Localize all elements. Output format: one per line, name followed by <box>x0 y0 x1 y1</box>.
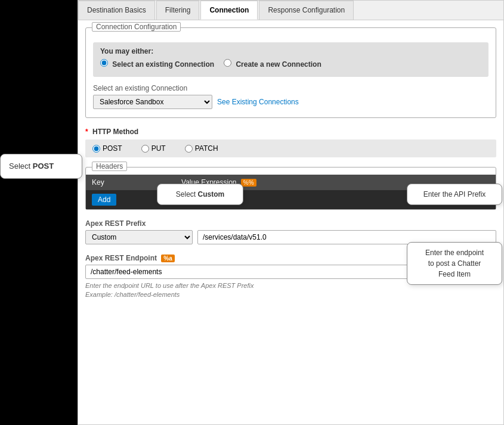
tabs-container: Destination Basics Filtering Connection … <box>78 1 503 20</box>
callout-post-text: Select POST <box>9 162 54 170</box>
see-existing-link[interactable]: See Existing Connections <box>217 98 299 106</box>
option-new-connection[interactable]: Create a new Connection <box>224 59 321 69</box>
connection-config-box: Connection Configuration You may either:… <box>85 27 496 118</box>
option-new-label: Create a new Connection <box>236 60 321 69</box>
tab-filtering[interactable]: Filtering <box>156 1 200 20</box>
apex-endpoint-row: Enter the endpointto post a ChatterFeed … <box>85 265 496 279</box>
callout-api-prefix: Enter the API Prefix <box>407 184 502 205</box>
connection-config-wrapper: Connection Configuration You may either:… <box>85 27 496 118</box>
tab-connection[interactable]: Connection <box>200 1 258 20</box>
apex-rest-endpoint-section: Apex REST Endpoint %a Enter the endpoint… <box>85 254 496 300</box>
select-existing-connection-row: Select an existing Connection Salesforce… <box>93 84 488 109</box>
label-patch: PATCH <box>195 144 218 153</box>
http-method-options: POST PUT PATCH <box>85 139 496 157</box>
callout-select-custom: Select Custom <box>157 184 243 205</box>
content-body: Connection Configuration You may either:… <box>78 20 503 315</box>
callout-endpoint-text: Enter the endpointto post a ChatterFeed … <box>425 249 484 278</box>
label-put: PUT <box>151 144 166 153</box>
apex-prefix-label: Apex REST Prefix <box>85 219 496 228</box>
value-expression-badge: %% <box>241 179 256 187</box>
main-content: Destination Basics Filtering Connection … <box>78 0 504 425</box>
radio-post[interactable] <box>92 145 100 153</box>
apex-rest-prefix-section: Apex REST Prefix Custom Standard Select … <box>85 219 496 244</box>
label-post: POST <box>103 144 122 153</box>
apex-prefix-select[interactable]: Custom Standard <box>85 230 193 244</box>
connection-select[interactable]: Salesforce Sandbox Salesforce Production <box>93 95 212 109</box>
callout-api-prefix-text: Enter the API Prefix <box>423 190 486 198</box>
option-patch[interactable]: PATCH <box>185 144 218 153</box>
left-panel: Select POST <box>0 0 78 425</box>
http-method-label: * HTTP Method <box>85 128 496 136</box>
connection-config-legend: Connection Configuration <box>92 22 181 32</box>
callout-select-post: Select POST <box>0 154 82 179</box>
radio-new[interactable] <box>224 59 231 67</box>
required-star: * <box>85 128 88 136</box>
add-header-button[interactable]: Add <box>92 194 116 206</box>
callout-endpoint: Enter the endpointto post a ChatterFeed … <box>407 242 502 285</box>
endpoint-badge: %a <box>161 255 174 262</box>
radio-put[interactable] <box>141 145 149 153</box>
select-existing-label: Select an existing Connection <box>93 84 488 92</box>
radio-existing[interactable] <box>100 59 108 67</box>
headers-legend: Headers <box>92 162 127 171</box>
tab-destination-basics[interactable]: Destination Basics <box>78 1 155 20</box>
radio-patch[interactable] <box>185 145 193 153</box>
option-existing-connection[interactable]: Select an existing Connection <box>100 59 214 69</box>
http-method-section: * HTTP Method POST PUT PATCH <box>85 128 496 157</box>
option-existing-label: Select an existing Connection <box>112 60 214 69</box>
tab-response-configuration[interactable]: Response Configuration <box>259 1 354 20</box>
option-put[interactable]: PUT <box>141 144 166 153</box>
you-may-either-label: You may either: <box>100 47 481 55</box>
option-post[interactable]: POST <box>92 144 122 153</box>
callout-custom-text: Select Custom <box>176 190 224 198</box>
connection-options: You may either: Select an existing Conne… <box>93 42 488 77</box>
